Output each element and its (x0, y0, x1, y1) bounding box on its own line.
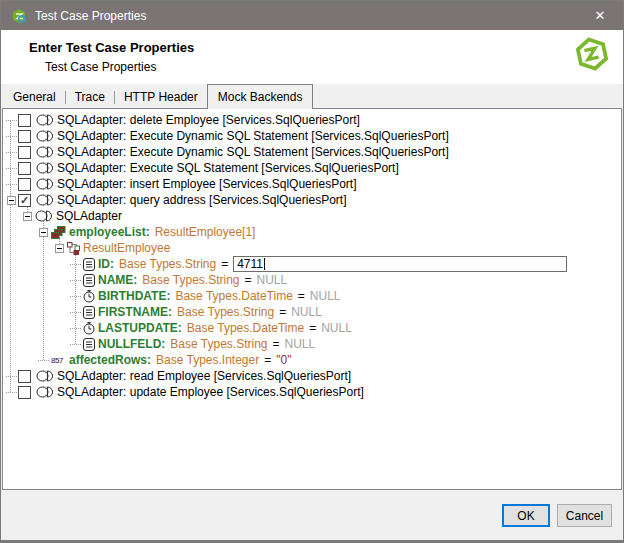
row-text: = (264, 353, 271, 367)
row-text: affectedRows: (69, 353, 151, 367)
input-value: 4711 (237, 257, 263, 271)
row-text: Base Types.DateTime (187, 321, 304, 335)
app-logo-icon (11, 8, 27, 24)
port-icon (36, 194, 54, 206)
row-text: NULL (285, 337, 316, 351)
row-checkbox[interactable] (18, 114, 31, 127)
tree-row[interactable]: SQLAdapter: Execute Dynamic SQL Statemen… (3, 144, 621, 160)
row-text: FIRSTNAME: (98, 305, 172, 319)
tab-bar: GeneralTraceHTTP HeaderMock Backends (1, 84, 623, 108)
tree-indent-slot (69, 264, 81, 265)
tab-http-header[interactable]: HTTP Header (115, 87, 207, 108)
tree-indent-slot (5, 184, 17, 185)
tree-row[interactable]: SQLAdapter: insert Employee [Services.Sq… (3, 176, 621, 192)
port-icon (36, 386, 54, 398)
row-text: SQLAdapter: query address [Services.SqlQ… (57, 193, 346, 207)
tree-indent-slot (69, 280, 81, 281)
tree-line (70, 280, 81, 281)
row-text: SQLAdapter: insert Employee [Services.Sq… (57, 177, 356, 191)
row-text: = (273, 337, 280, 351)
row-checkbox[interactable] (18, 130, 31, 143)
tree-row[interactable]: ID:Base Types.String=4711 (3, 256, 621, 272)
port-icon (35, 210, 53, 222)
tree-line (6, 136, 17, 137)
row-checkbox[interactable] (18, 194, 31, 207)
tree-indent-slot (5, 136, 17, 137)
row-text: SQLAdapter: Execute Dynamic SQL Statemen… (57, 145, 449, 159)
row-text: BIRTHDATE: (98, 289, 170, 303)
tree-row[interactable]: NULLFELD:Base Types.String=NULL (3, 336, 621, 352)
title-bar[interactable]: Test Case Properties ✕ (1, 1, 623, 30)
row-checkbox[interactable] (18, 386, 31, 399)
tree-row[interactable]: SQLAdapter (3, 208, 621, 224)
tree-row[interactable]: ResultEmployee (3, 240, 621, 256)
tree-line (70, 344, 81, 345)
row-text: = (309, 321, 316, 335)
tree-indent-slot (37, 228, 49, 237)
clock-icon (83, 322, 95, 335)
tree-line (38, 360, 49, 361)
row-text: NULL (310, 289, 341, 303)
test-case-properties-dialog: Test Case Properties ✕ Enter Test Case P… (0, 0, 624, 543)
tree-row[interactable]: 857affectedRows:Base Types.Integer="0" (3, 352, 621, 368)
tree-indent-slot (5, 168, 17, 169)
tree-row[interactable]: SQLAdapter: delete Employee [Services.Sq… (3, 112, 621, 128)
tree-row[interactable]: employeeList:ResultEmployee[1] (3, 224, 621, 240)
tree-line (6, 376, 17, 377)
tree-row[interactable]: FIRSTNAME:Base Types.String=NULL (3, 304, 621, 320)
close-button[interactable]: ✕ (577, 1, 623, 30)
tree-line (70, 264, 81, 265)
port-icon (36, 178, 54, 190)
struct-icon (67, 242, 80, 255)
tree-indent-slot (5, 152, 17, 153)
dialog-subheading: Test Case Properties (1, 55, 623, 74)
tree-row[interactable]: BIRTHDATE:Base Types.DateTime=NULL (3, 288, 621, 304)
ok-button[interactable]: OK (502, 504, 550, 527)
tree-row[interactable]: SQLAdapter: Execute Dynamic SQL Statemen… (3, 128, 621, 144)
row-checkbox[interactable] (18, 370, 31, 383)
tree-indent-slot (69, 296, 81, 297)
row-text: Base Types.String (119, 257, 216, 271)
row-text: SQLAdapter: update Employee [Services.Sq… (57, 385, 364, 399)
tree-line (6, 168, 17, 169)
tab-general[interactable]: General (4, 87, 65, 108)
tree-row[interactable]: SQLAdapter: update Employee [Services.Sq… (3, 384, 621, 400)
port-icon (36, 146, 54, 158)
row-text: Base Types.String (142, 273, 239, 287)
tree-row[interactable]: SQLAdapter: Execute SQL Statement [Servi… (3, 160, 621, 176)
collapse-minus-icon[interactable] (23, 212, 32, 221)
row-checkbox[interactable] (18, 178, 31, 191)
row-text: Base Types.Integer (156, 353, 259, 367)
row-text: SQLAdapter: delete Employee [Services.Sq… (57, 113, 360, 127)
tree-line (6, 152, 17, 153)
row-text: Base Types.DateTime (175, 289, 292, 303)
value-input[interactable]: 4711 (233, 256, 567, 272)
collapse-minus-icon[interactable] (39, 228, 48, 237)
tree-indent-slot (53, 244, 65, 253)
tree-line (6, 120, 17, 121)
row-text: NULL (321, 321, 352, 335)
brand-hexagon-icon (574, 36, 610, 72)
row-text: employeeList: (69, 225, 150, 239)
tree-indent-slot (5, 392, 17, 393)
cancel-button[interactable]: Cancel (557, 504, 612, 527)
clock-icon (83, 290, 95, 303)
mock-backends-tree: SQLAdapter: delete Employee [Services.Sq… (2, 108, 622, 490)
row-text: = (279, 305, 286, 319)
collapse-minus-icon[interactable] (7, 196, 16, 205)
collapse-minus-icon[interactable] (55, 244, 64, 253)
list-icon (51, 226, 66, 239)
tree-row[interactable]: NAME:Base Types.String=NULL (3, 272, 621, 288)
tree-row[interactable]: SQLAdapter: query address [Services.SqlQ… (3, 192, 621, 208)
tree-indent-slot (69, 328, 81, 329)
tree-line (6, 392, 17, 393)
tree-line (70, 312, 81, 313)
row-checkbox[interactable] (18, 162, 31, 175)
tab-mock-backends[interactable]: Mock Backends (207, 84, 314, 109)
tree-row[interactable]: LASTUPDATE:Base Types.DateTime=NULL (3, 320, 621, 336)
string-icon (83, 338, 95, 351)
tree-row[interactable]: SQLAdapter: read Employee [Services.SqlQ… (3, 368, 621, 384)
row-checkbox[interactable] (18, 146, 31, 159)
row-text: ID: (98, 257, 114, 271)
tab-trace[interactable]: Trace (66, 87, 114, 108)
